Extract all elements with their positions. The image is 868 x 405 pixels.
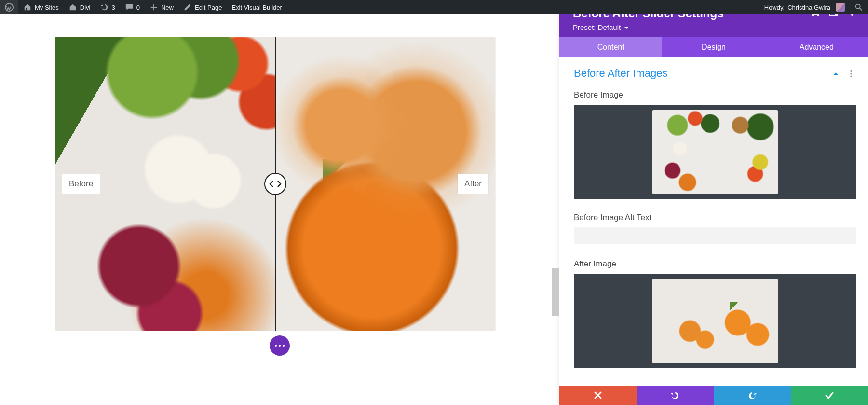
save-button[interactable] [791,386,868,405]
before-label: Before [62,174,100,194]
more-vertical-icon [847,70,855,78]
chevron-down-icon [624,25,629,31]
before-alt-input[interactable] [574,227,856,244]
tab-advanced[interactable]: Advanced [765,37,868,57]
howdy-prefix: Howdy, [764,4,785,11]
module-actions-fab[interactable] [270,335,290,356]
chevron-up-icon [831,70,840,78]
search-toggle[interactable] [850,0,868,14]
tab-design[interactable]: Design [662,37,765,57]
svg-point-12 [850,70,852,72]
slider-handle[interactable] [264,173,286,195]
site-name: Divi [80,4,91,11]
wp-logo[interactable] [0,0,18,14]
updates-count: 3 [112,4,115,11]
before-image-field-label: Before Image [574,90,856,100]
edit-page-label: Edit Page [195,4,222,11]
my-sites-label: My Sites [35,4,59,11]
howdy-username: Christina Gwira [787,4,830,11]
exit-visual-builder-link[interactable]: Exit Visual Builder [227,0,287,14]
close-icon [593,391,603,400]
panel-action-bar [559,386,868,405]
panel-body: Before After Images Before Image Before … [559,57,868,386]
new-link[interactable]: New [145,0,178,14]
edit-page-link[interactable]: Edit Page [178,0,227,14]
before-after-module[interactable]: Before After [55,37,496,331]
undo-icon [670,391,680,400]
avatar [836,3,845,12]
svg-point-0 [5,3,13,11]
site-link[interactable]: Divi [64,0,95,14]
section-more-button[interactable] [847,69,856,78]
howdy-user[interactable]: Howdy, Christina Gwira [760,0,850,14]
preset-label: Preset: Default [573,23,621,31]
new-label: New [161,4,174,11]
wp-admin-bar: My Sites Divi 3 0 New Edit Page Exit Vis… [0,0,868,14]
updates-link[interactable]: 3 [95,0,120,14]
panel-drag-handle[interactable] [552,268,559,316]
editor-canvas: Before After [0,14,559,405]
after-image-well[interactable] [574,274,856,368]
redo-button[interactable] [714,386,791,405]
drag-horizontal-icon [269,179,282,189]
before-image-well[interactable] [574,105,856,199]
redo-icon [747,391,757,400]
section-title: Before After Images [574,67,826,80]
svg-point-14 [850,76,852,78]
before-alt-field-label: Before Image Alt Text [574,213,856,223]
comments-count: 0 [136,4,140,11]
section-before-after-images[interactable]: Before After Images [574,64,856,87]
after-label: After [458,174,488,194]
exit-vb-label: Exit Visual Builder [231,4,282,11]
cancel-button[interactable] [559,386,637,405]
panel-tabs: Content Design Advanced [559,37,868,57]
svg-point-13 [850,73,852,75]
section-collapse-toggle[interactable] [831,69,841,78]
tab-content[interactable]: Content [559,37,662,57]
after-image-field-label: After Image [574,259,856,269]
preset-selector[interactable]: Preset: Default [573,23,802,31]
check-icon [825,391,834,400]
my-sites-link[interactable]: My Sites [18,0,64,14]
before-image-thumb [652,110,778,194]
undo-button[interactable] [637,386,714,405]
comments-link[interactable]: 0 [120,0,145,14]
settings-panel: Before After Slider Settings Preset: Def… [559,0,868,405]
after-image-thumb [652,279,778,363]
svg-point-1 [856,4,860,9]
search-icon [854,3,863,12]
